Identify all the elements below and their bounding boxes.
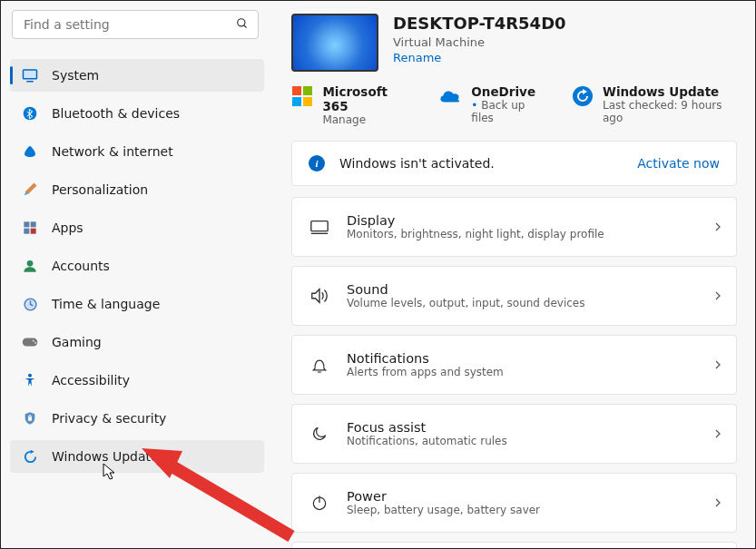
service-sub: Last checked: 9 hours ago xyxy=(603,99,737,124)
sidebar-item-label: Personalization xyxy=(52,182,148,197)
sidebar-item-apps[interactable]: Apps xyxy=(10,211,264,244)
svg-rect-8 xyxy=(24,229,29,234)
svg-rect-9 xyxy=(31,229,36,234)
shield-icon xyxy=(21,409,39,427)
info-icon: i xyxy=(309,155,325,172)
card-power[interactable]: Power Sleep, battery usage, battery save… xyxy=(291,473,737,533)
sidebar-item-system[interactable]: System xyxy=(10,59,264,92)
card-title: Focus assist xyxy=(347,420,705,435)
search-box[interactable] xyxy=(12,10,259,39)
card-notifications[interactable]: Notifications Alerts from apps and syste… xyxy=(291,335,737,395)
svg-point-15 xyxy=(28,374,32,377)
rename-link[interactable]: Rename xyxy=(393,51,566,64)
sidebar-item-label: Time & language xyxy=(52,297,160,311)
sidebar-item-windows-update[interactable]: Windows Update xyxy=(10,440,264,473)
service-onedrive[interactable]: OneDrive Back up files xyxy=(438,84,544,124)
sidebar-item-accounts[interactable]: Accounts xyxy=(10,250,264,282)
card-focus-assist[interactable]: Focus assist Notifications, automatic ru… xyxy=(291,404,737,464)
service-title: OneDrive xyxy=(471,84,544,99)
svg-line-1 xyxy=(244,25,247,27)
chevron-right-icon xyxy=(712,426,723,443)
sidebar-item-label: Accounts xyxy=(52,259,110,273)
card-title: Notifications xyxy=(347,351,705,366)
device-type: Virtual Machine xyxy=(393,35,566,49)
card-sound[interactable]: Sound Volume levels, output, input, soun… xyxy=(291,266,737,326)
power-icon xyxy=(299,494,339,512)
svg-rect-24 xyxy=(311,221,328,231)
m365-icon xyxy=(291,84,313,108)
update-icon xyxy=(572,84,594,108)
service-sub: Back up files xyxy=(471,99,544,124)
svg-point-14 xyxy=(34,342,36,344)
chevron-right-icon xyxy=(712,357,723,374)
desktop-thumbnail xyxy=(291,14,378,72)
card-sub: Notifications, automatic rules xyxy=(347,435,705,447)
card-storage[interactable]: Storage xyxy=(291,542,737,548)
sidebar-item-label: Bluetooth & devices xyxy=(52,106,180,121)
brush-icon xyxy=(21,181,39,199)
svg-point-13 xyxy=(33,339,34,341)
chevron-right-icon xyxy=(712,495,723,512)
service-windows-update[interactable]: Windows Update Last checked: 9 hours ago xyxy=(572,84,737,124)
onedrive-icon xyxy=(438,84,462,108)
device-header: DESKTOP-T4R54D0 Virtual Machine Rename xyxy=(291,14,737,72)
wifi-icon xyxy=(21,142,39,161)
gaming-icon xyxy=(21,333,39,351)
search-input[interactable] xyxy=(22,16,236,33)
svg-rect-2 xyxy=(24,70,37,79)
sidebar-item-bluetooth[interactable]: Bluetooth & devices xyxy=(10,97,264,130)
svg-point-10 xyxy=(27,260,34,267)
bell-icon xyxy=(299,356,339,374)
apps-icon xyxy=(21,219,39,237)
banner-text: Windows isn't activated. xyxy=(339,156,495,171)
chevron-right-icon xyxy=(712,288,723,305)
svg-rect-21 xyxy=(303,97,312,106)
card-sub: Alerts from apps and system xyxy=(347,366,705,378)
main-panel: DESKTOP-T4R54D0 Virtual Machine Rename M… xyxy=(273,1,755,548)
svg-point-0 xyxy=(238,18,245,25)
card-sub: Volume levels, output, input, sound devi… xyxy=(347,297,705,309)
settings-window: System Bluetooth & devices Network & int… xyxy=(0,0,756,549)
svg-rect-20 xyxy=(292,97,301,106)
svg-point-5 xyxy=(29,154,31,156)
sidebar-item-network[interactable]: Network & internet xyxy=(10,135,264,168)
svg-marker-26 xyxy=(312,289,319,303)
chevron-right-icon xyxy=(712,219,723,236)
service-title: Microsoft 365 xyxy=(322,84,411,113)
windows-update-icon xyxy=(21,447,39,466)
settings-cards: Display Monitors, brightness, night ligh… xyxy=(291,197,737,548)
card-sub: Sleep, battery usage, battery saver xyxy=(347,504,705,516)
sidebar-item-accessibility[interactable]: Accessibility xyxy=(10,364,264,397)
sidebar-item-personalization[interactable]: Personalization xyxy=(10,173,264,206)
service-title: Windows Update xyxy=(603,84,737,99)
moon-icon xyxy=(299,425,339,443)
sidebar-item-gaming[interactable]: Gaming xyxy=(10,326,264,358)
sidebar-item-label: Network & internet xyxy=(52,144,173,159)
sidebar-item-label: Accessibility xyxy=(52,373,130,387)
activate-link[interactable]: Activate now xyxy=(637,156,720,171)
card-title: Sound xyxy=(347,282,705,297)
service-microsoft365[interactable]: Microsoft 365 Manage xyxy=(291,84,411,126)
display-icon xyxy=(299,217,339,237)
sidebar-item-label: Privacy & security xyxy=(52,411,166,426)
card-sub: Monitors, brightness, night light, displ… xyxy=(347,228,705,240)
svg-rect-6 xyxy=(24,221,29,227)
svg-rect-7 xyxy=(31,221,36,227)
activation-banner[interactable]: i Windows isn't activated. Activate now xyxy=(291,141,737,186)
sidebar: System Bluetooth & devices Network & int… xyxy=(1,1,273,548)
accessibility-icon xyxy=(21,371,39,389)
search-icon xyxy=(236,17,249,33)
card-display[interactable]: Display Monitors, brightness, night ligh… xyxy=(291,197,737,257)
card-title: Power xyxy=(347,489,705,504)
system-icon xyxy=(21,66,39,84)
card-title: Display xyxy=(347,213,705,228)
device-name: DESKTOP-T4R54D0 xyxy=(393,14,566,34)
accounts-icon xyxy=(21,257,39,275)
sidebar-item-label: Windows Update xyxy=(52,449,159,464)
services-row: Microsoft 365 Manage OneDrive Back up fi… xyxy=(291,84,737,126)
sidebar-nav: System Bluetooth & devices Network & int… xyxy=(10,59,264,476)
sidebar-item-label: Apps xyxy=(52,221,83,235)
sidebar-item-time-language[interactable]: Time & language xyxy=(10,288,264,320)
sidebar-item-privacy[interactable]: Privacy & security xyxy=(10,402,264,435)
sound-icon xyxy=(299,286,339,306)
